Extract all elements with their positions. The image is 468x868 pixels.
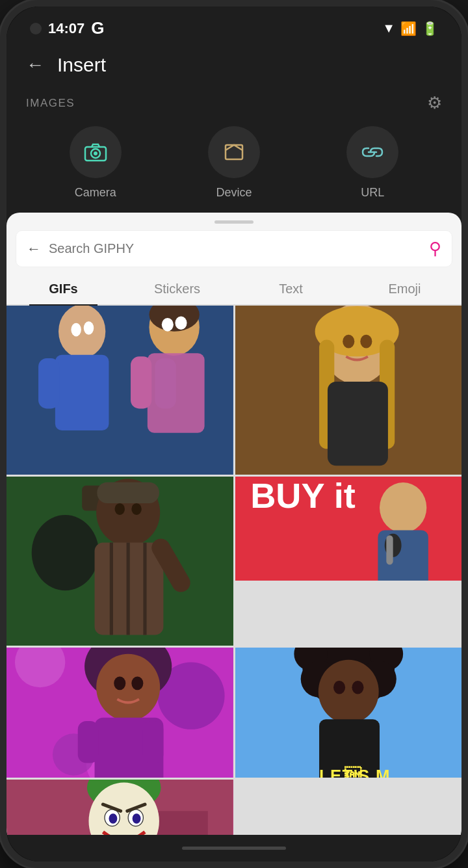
camera-dot bbox=[30, 23, 42, 34]
svg-rect-11 bbox=[148, 353, 205, 433]
svg-rect-45 bbox=[386, 535, 393, 564]
svg-rect-54 bbox=[78, 721, 99, 763]
svg-point-26 bbox=[360, 335, 372, 349]
svg-rect-12 bbox=[131, 356, 151, 408]
svg-rect-55 bbox=[142, 721, 163, 763]
tab-gifs[interactable]: GIFs bbox=[6, 274, 120, 304]
status-left: 14:07 G bbox=[30, 18, 105, 38]
page-title: Insert bbox=[57, 54, 106, 76]
svg-point-56 bbox=[114, 676, 125, 690]
device-icon bbox=[223, 141, 245, 163]
device-option[interactable]: Device bbox=[208, 126, 260, 200]
giphy-search-bar: ← ⚲ bbox=[16, 230, 452, 267]
search-input[interactable] bbox=[49, 241, 421, 256]
svg-text::  bbox=[344, 766, 361, 778]
images-label: IMAGES bbox=[26, 97, 75, 110]
images-header: IMAGES ⚙ bbox=[26, 93, 442, 113]
giphy-tabs: GIFs Stickers Text Emoji bbox=[6, 274, 462, 306]
camera-circle bbox=[70, 126, 122, 178]
svg-rect-3 bbox=[226, 145, 242, 159]
camera-label: Camera bbox=[75, 186, 116, 200]
status-time: 14:07 bbox=[48, 20, 84, 37]
svg-point-69 bbox=[352, 681, 363, 694]
gif-cell-4[interactable]: BUY it bbox=[235, 477, 462, 581]
device-circle bbox=[208, 126, 260, 178]
svg-rect-71 bbox=[157, 811, 207, 835]
svg-rect-37 bbox=[97, 482, 159, 503]
gif-cell-7[interactable] bbox=[6, 780, 233, 835]
status-bar: 14:07 G ▼ 📶 🔋 bbox=[6, 7, 462, 45]
gif-cell-3[interactable] bbox=[6, 477, 233, 646]
giphy-back-button[interactable]: ← bbox=[27, 241, 41, 257]
url-option[interactable]: URL bbox=[346, 126, 398, 200]
settings-icon[interactable]: ⚙ bbox=[427, 93, 442, 113]
home-indicator bbox=[182, 847, 286, 850]
top-bar: ← Insert bbox=[6, 45, 462, 85]
battery-icon: 🔋 bbox=[422, 21, 438, 36]
svg-point-6 bbox=[58, 306, 105, 358]
svg-rect-8 bbox=[38, 358, 59, 408]
signal-icon: 📶 bbox=[400, 21, 417, 36]
phone-bottom-bar bbox=[6, 835, 462, 861]
svg-point-25 bbox=[343, 335, 354, 349]
svg-point-81 bbox=[133, 813, 141, 823]
svg-point-80 bbox=[109, 813, 117, 823]
svg-point-42 bbox=[380, 482, 426, 533]
tab-emoji[interactable]: Emoji bbox=[348, 274, 462, 304]
tab-stickers[interactable]: Stickers bbox=[120, 274, 234, 304]
svg-rect-7 bbox=[55, 355, 109, 430]
url-circle bbox=[346, 126, 398, 178]
svg-point-16 bbox=[162, 318, 174, 332]
url-icon bbox=[361, 146, 384, 159]
status-icons: ▼ 📶 🔋 bbox=[382, 21, 438, 36]
svg-point-39 bbox=[131, 503, 141, 515]
giphy-handle bbox=[214, 220, 254, 224]
svg-text:BUY it: BUY it bbox=[250, 477, 356, 515]
tab-text[interactable]: Text bbox=[234, 274, 348, 304]
gif-grid: BUY it bbox=[6, 306, 462, 835]
phone-inner: 14:07 G ▼ 📶 🔋 ← Insert IMAGES ⚙ bbox=[6, 7, 462, 861]
camera-option[interactable]: Camera bbox=[70, 126, 122, 200]
wifi-icon: ▼ bbox=[382, 21, 395, 36]
svg-point-38 bbox=[115, 503, 125, 515]
svg-rect-43 bbox=[378, 531, 428, 581]
svg-point-64 bbox=[318, 660, 378, 724]
google-g-icon: G bbox=[91, 18, 104, 38]
svg-point-29 bbox=[32, 515, 99, 590]
svg-point-15 bbox=[84, 321, 94, 335]
gif-cell-6[interactable]: LET'S M  bbox=[235, 648, 462, 778]
svg-rect-24 bbox=[327, 382, 387, 466]
svg-point-2 bbox=[94, 151, 98, 155]
phone-shell: 14:07 G ▼ 📶 🔋 ← Insert IMAGES ⚙ bbox=[0, 0, 468, 868]
svg-point-52 bbox=[96, 654, 160, 721]
gif-cell-5[interactable] bbox=[6, 648, 233, 778]
svg-point-17 bbox=[175, 316, 187, 330]
gif-cell-2[interactable] bbox=[235, 306, 462, 475]
svg-point-14 bbox=[71, 323, 81, 337]
device-label: Device bbox=[216, 186, 252, 200]
back-button[interactable]: ← bbox=[26, 55, 44, 75]
image-options: Camera Device bbox=[26, 126, 442, 200]
camera-icon bbox=[84, 142, 107, 162]
images-section: IMAGES ⚙ Camera bbox=[6, 85, 462, 213]
url-label: URL bbox=[361, 186, 384, 200]
svg-point-68 bbox=[333, 681, 345, 694]
gif-cell-1[interactable] bbox=[6, 306, 233, 475]
giphy-panel: ← ⚲ GIFs Stickers Text Emoji bbox=[6, 213, 462, 835]
svg-point-57 bbox=[131, 676, 143, 690]
search-icon[interactable]: ⚲ bbox=[429, 239, 441, 259]
